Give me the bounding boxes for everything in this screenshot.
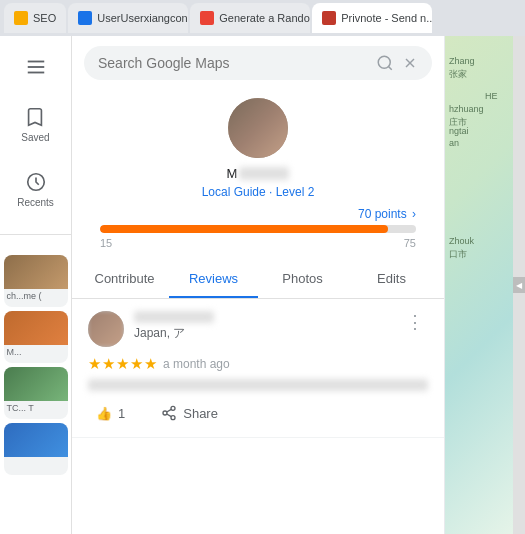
tab-label-generate: Generate a Rando...	[219, 12, 310, 24]
like-count: 1	[118, 406, 125, 421]
tab-reviews[interactable]: Reviews	[169, 261, 258, 298]
star-2: ★	[102, 355, 115, 373]
sidebar-divider	[0, 234, 71, 235]
progress-bar-fill	[100, 225, 388, 233]
tab-label-seo: SEO	[33, 12, 56, 24]
sidebar-mini-img-0	[4, 255, 68, 289]
tab-privnote[interactable]: Privnote - Send n...	[312, 3, 432, 33]
map-scroll-left-button[interactable]: ◀	[513, 277, 525, 293]
tab-label-user: UserUserxiangcong	[97, 12, 188, 24]
review-place-name	[134, 311, 392, 323]
sidebar-mini-label-3	[4, 457, 68, 461]
map-text-ngtai: ngtai	[449, 126, 469, 136]
map-text-he: HE	[485, 91, 498, 101]
progress-labels: 15 75	[100, 237, 416, 249]
svg-point-9	[163, 411, 167, 415]
map-text-hzhuang: hzhuang	[449, 104, 484, 114]
map-text-an: an	[449, 138, 459, 148]
history-icon	[25, 171, 47, 193]
points-arrow: ›	[412, 207, 416, 221]
sidebar-item-saved[interactable]: Saved	[11, 100, 59, 149]
tab-user[interactable]: UserUserxiangcong	[68, 3, 188, 33]
avatar	[228, 98, 288, 158]
review-more-button[interactable]: ⋮	[402, 311, 428, 333]
map-text-zhouko: Zhouk	[449, 236, 474, 246]
search-clear-button[interactable]	[402, 55, 418, 71]
progress-bar-container	[100, 225, 416, 233]
points-section: 70 points › 15 75	[88, 207, 428, 249]
review-header: Japan, ア ⋮	[88, 311, 428, 347]
map-text-zhang2: 张家	[449, 68, 467, 81]
sidebar-mini-label-0: ch...me (	[4, 289, 68, 304]
search-bar	[84, 46, 432, 80]
tab-generate[interactable]: Generate a Rando...	[190, 3, 310, 33]
tab-seo[interactable]: SEO	[4, 3, 66, 33]
svg-point-4	[378, 56, 390, 68]
star-1: ★	[88, 355, 101, 373]
sidebar-mini-img-1	[4, 311, 68, 345]
svg-point-10	[171, 416, 175, 420]
svg-line-12	[167, 409, 172, 412]
main-layout: Saved Recents ch...me ( M... TC... T	[0, 36, 525, 534]
svg-line-11	[167, 414, 172, 417]
close-icon	[402, 55, 418, 71]
stars-row: ★ ★ ★ ★ ★ a month ago	[88, 355, 428, 373]
tab-favicon-generate	[200, 11, 214, 25]
tab-favicon-privnote	[322, 11, 336, 25]
search-icon	[376, 54, 394, 72]
tab-edits[interactable]: Edits	[347, 261, 436, 298]
sidebar-mini-item-3[interactable]	[4, 423, 68, 475]
user-name: M	[227, 166, 290, 181]
sidebar-item-recents[interactable]: Recents	[7, 165, 64, 214]
user-name-prefix: M	[227, 166, 238, 181]
sidebar-mini-item-1[interactable]: M...	[4, 311, 68, 363]
avatar-image	[228, 98, 288, 158]
sidebar-mini-list: ch...me ( M... TC... T	[0, 255, 72, 475]
profile-section: M Local Guide · Level 2 70 points › 15 7…	[72, 90, 444, 261]
sidebar-mini-label-2: TC... T	[4, 401, 68, 416]
sidebar-mini-item-2[interactable]: TC... T	[4, 367, 68, 419]
sidebar-mini-item-0[interactable]: ch...me (	[4, 255, 68, 307]
tab-favicon-user	[78, 11, 92, 25]
map-scrollbar: ◀	[513, 36, 525, 534]
guide-level-badge: Local Guide · Level 2	[202, 185, 315, 199]
browser-tabs-bar: SEO UserUserxiangcong Generate a Rando..…	[0, 0, 525, 36]
points-label[interactable]: 70 points ›	[358, 207, 416, 221]
star-rating: ★ ★ ★ ★ ★	[88, 355, 157, 373]
progress-min: 15	[100, 237, 112, 249]
like-icon: 👍	[96, 406, 112, 421]
nav-tabs: Contribute Reviews Photos Edits	[72, 261, 444, 299]
tab-contribute[interactable]: Contribute	[80, 261, 169, 298]
search-button[interactable]	[376, 54, 394, 72]
svg-line-5	[388, 66, 391, 69]
review-time: a month ago	[163, 357, 230, 371]
main-panel: M Local Guide · Level 2 70 points › 15 7…	[72, 36, 445, 534]
tab-favicon-seo	[14, 11, 28, 25]
review-location: Japan, ア	[134, 325, 392, 342]
points-header: 70 points ›	[100, 207, 416, 221]
like-button[interactable]: 👍 1	[88, 402, 133, 425]
reviewer-avatar	[88, 311, 124, 347]
review-card: Japan, ア ⋮ ★ ★ ★ ★ ★ a month ago 👍 1	[72, 299, 444, 438]
search-input[interactable]	[98, 55, 368, 71]
star-5: ★	[144, 355, 157, 373]
review-text-blur	[88, 379, 428, 391]
sidebar-mini-label-1: M...	[4, 345, 68, 360]
map-text-zhang: Zhang	[449, 56, 475, 66]
star-4: ★	[130, 355, 143, 373]
review-actions: 👍 1 Share	[88, 401, 428, 425]
tab-photos[interactable]: Photos	[258, 261, 347, 298]
user-name-blur	[239, 167, 289, 180]
star-3: ★	[116, 355, 129, 373]
sidebar: Saved Recents ch...me ( M... TC... T	[0, 36, 72, 534]
points-value: 70 points	[358, 207, 407, 221]
map-text-koushi: 口市	[449, 248, 467, 261]
tab-label-privnote: Privnote - Send n...	[341, 12, 432, 24]
sidebar-mini-img-3	[4, 423, 68, 457]
hamburger-icon	[25, 56, 47, 78]
bookmark-icon	[24, 106, 46, 128]
sidebar-menu-button[interactable]	[15, 50, 57, 84]
reviewer-avatar-img	[88, 311, 124, 347]
share-button[interactable]: Share	[153, 401, 226, 425]
map-panel: Zhang 张家 HE hzhuang 庄市 ngtai an Zhouk 口市…	[445, 36, 525, 534]
